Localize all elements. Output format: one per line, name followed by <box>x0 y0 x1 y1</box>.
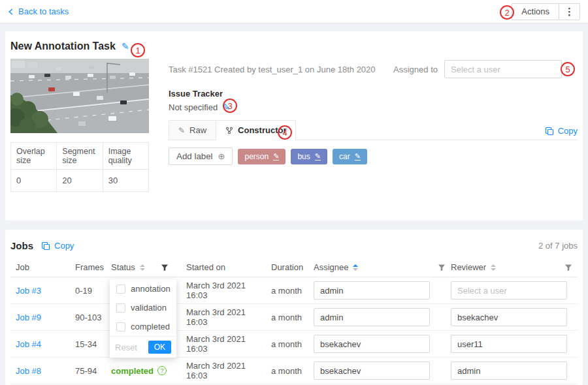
actions-button[interactable]: Actions <box>512 3 559 20</box>
label-chip-car-name: car <box>339 152 350 161</box>
checkbox-icon[interactable] <box>116 285 125 294</box>
back-to-tasks-link[interactable]: Back to tasks <box>8 7 69 16</box>
edit-label-icon: ✎ <box>273 152 279 161</box>
column-header-frames: Frames <box>75 258 111 277</box>
plus-circle-icon: ⊕ <box>218 151 225 161</box>
label-chip-car[interactable]: car ✎ <box>333 149 367 164</box>
top-bar: Back to tasks Actions ⋮ <box>0 0 588 23</box>
table-row-cell: Job #8 <box>10 358 75 384</box>
back-to-tasks-label: Back to tasks <box>18 7 69 16</box>
param-value-overlap: 0 <box>11 170 57 192</box>
jobs-title: Jobs <box>10 240 33 251</box>
assignee-select[interactable] <box>314 281 430 300</box>
param-value-segment: 20 <box>57 170 103 192</box>
column-header-job: Job <box>10 258 75 277</box>
filter-reset-button[interactable]: Reset <box>115 343 137 352</box>
copy-jobs-link[interactable]: Copy <box>41 241 74 251</box>
table-row-cell: Job #9 <box>10 304 75 331</box>
more-menu-button[interactable]: ⋮ <box>559 3 580 20</box>
reviewer-select[interactable] <box>451 335 567 353</box>
job-link[interactable]: Job #8 <box>16 366 41 376</box>
assigned-to-select[interactable] <box>444 60 562 78</box>
task-card: New Annotation Task ✎ <box>5 31 583 221</box>
started-cell: March 3rd 2021 16:03 <box>186 304 271 331</box>
duration-cell: a month <box>271 331 314 358</box>
duration-cell: a month <box>271 358 314 384</box>
task-params-table: Overlap size Segment size Image quality … <box>10 142 149 192</box>
started-cell: March 3rd 2021 16:03 <box>186 277 271 304</box>
reviewer-select[interactable] <box>451 362 567 380</box>
issue-tracker-value: Not specified <box>169 102 218 112</box>
edit-issue-tracker-icon[interactable]: ✎ <box>222 102 230 112</box>
assignee-select[interactable] <box>314 335 430 353</box>
tab-constructor-label: Constructor <box>238 125 286 135</box>
assignee-select[interactable] <box>314 362 430 380</box>
assignee-cell <box>314 277 451 304</box>
edit-label-icon: ✎ <box>315 152 321 161</box>
reviewer-select[interactable] <box>451 308 567 326</box>
filter-option-completed[interactable]: completed <box>110 317 176 336</box>
tab-raw-label: Raw <box>189 125 206 135</box>
status-filter-icon[interactable] <box>161 264 169 271</box>
filter-ok-button[interactable]: OK <box>148 341 171 354</box>
label-chip-bus-name: bus <box>297 152 310 161</box>
task-preview-image <box>10 59 149 133</box>
copy-labels-label: Copy <box>558 126 578 136</box>
labels-tabs-bar: ✎ Raw Constructor Copy <box>169 120 578 140</box>
assignee-sort-carets[interactable] <box>353 264 358 271</box>
assignee-cell <box>314 304 451 331</box>
reviewer-cell <box>451 358 578 384</box>
assignee-select[interactable] <box>314 308 430 326</box>
copy-icon <box>545 127 554 136</box>
assignee-cell <box>314 358 451 384</box>
jobs-card: Jobs Copy 2 of 7 jobs Job Frames Status … <box>5 230 583 385</box>
checkbox-icon[interactable] <box>116 303 125 313</box>
job-link[interactable]: Job #3 <box>16 286 41 296</box>
assignee-filter-icon[interactable] <box>438 264 446 271</box>
task-title: New Annotation Task <box>10 40 116 52</box>
column-header-status[interactable]: Status <box>111 258 186 277</box>
checkbox-icon[interactable] <box>116 322 125 331</box>
reviewer-filter-icon[interactable] <box>564 264 572 271</box>
param-value-quality: 30 <box>103 170 148 192</box>
param-header-segment: Segment size <box>57 143 103 170</box>
reviewer-sort-carets[interactable] <box>491 264 496 271</box>
column-header-assignee[interactable]: Assignee <box>314 258 451 277</box>
actions-button-group: Actions ⋮ <box>512 3 580 20</box>
add-label-text: Add label <box>176 151 213 161</box>
add-label-button[interactable]: Add label ⊕ <box>169 147 233 165</box>
column-header-reviewer[interactable]: Reviewer <box>451 258 578 277</box>
edit-task-name-icon[interactable]: ✎ <box>122 41 129 52</box>
reviewer-cell <box>451 277 578 304</box>
filter-option-validation[interactable]: validation <box>110 298 176 317</box>
copy-jobs-label: Copy <box>54 241 74 251</box>
question-circle-icon[interactable]: ? <box>157 366 167 375</box>
tab-constructor[interactable]: Constructor <box>216 120 296 140</box>
reviewer-select[interactable] <box>451 281 567 300</box>
label-chip-person[interactable]: person ✎ <box>238 149 286 164</box>
job-link[interactable]: Job #9 <box>16 313 41 322</box>
filter-option-label: annotation <box>131 284 171 294</box>
param-header-overlap: Overlap size <box>11 143 57 170</box>
frames-cell: 75-94 <box>75 358 111 384</box>
copy-icon <box>41 241 50 251</box>
frames-cell: 0-19 <box>75 277 111 304</box>
edit-label-icon: ✎ <box>355 152 361 161</box>
copy-labels-link[interactable]: Copy <box>545 126 578 136</box>
label-chip-bus[interactable]: bus ✎ <box>291 149 327 164</box>
duration-cell: a month <box>271 277 314 304</box>
started-cell: March 3rd 2021 16:03 <box>186 331 271 358</box>
more-vertical-icon: ⋮ <box>564 6 574 18</box>
started-cell: March 3rd 2021 16:03 <box>186 358 271 384</box>
tab-raw[interactable]: ✎ Raw <box>169 120 216 140</box>
assigned-to-label: Assigned to <box>393 65 438 74</box>
job-link[interactable]: Job #4 <box>16 339 41 349</box>
task-meta-text: Task #1521 Created by test_user_1 on Jun… <box>169 65 376 74</box>
status-cell: completed ? <box>111 358 186 384</box>
pencil-icon: ✎ <box>178 126 185 135</box>
filter-option-label: completed <box>131 322 170 331</box>
issue-tracker-heading: Issue Tracker <box>169 89 578 99</box>
filter-option-annotation[interactable]: annotation <box>110 279 176 298</box>
status-sort-carets[interactable] <box>140 264 145 271</box>
frames-cell: 15-34 <box>75 331 111 358</box>
